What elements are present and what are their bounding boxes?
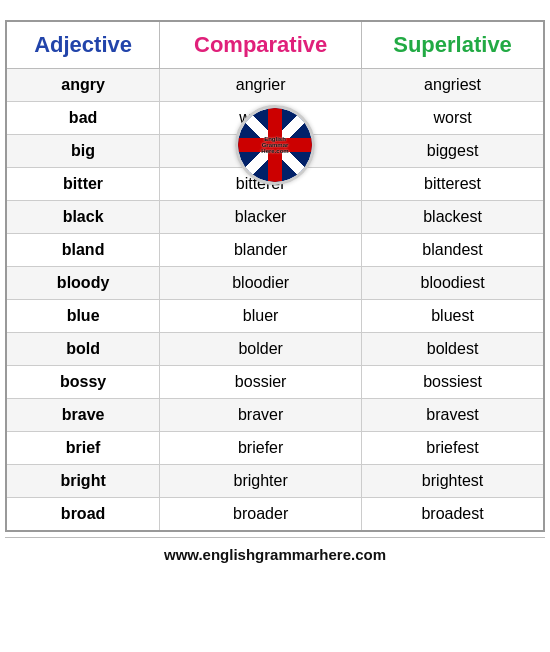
table-row: briefbrieferbriefest (6, 432, 544, 465)
table-row: boldbolderboldest (6, 333, 544, 366)
cell-superlative: blandest (362, 234, 544, 267)
cell-comparative: angrier (160, 69, 362, 102)
table-row: broadbroaderbroadest (6, 498, 544, 532)
watermark-label: EnglishGrammarHere.com (261, 136, 288, 154)
header-adjective: Adjective (6, 21, 160, 69)
cell-adjective: bad (6, 102, 160, 135)
cell-superlative: bravest (362, 399, 544, 432)
cell-superlative: broadest (362, 498, 544, 532)
table-row: blackblackerblackest (6, 201, 544, 234)
table-row: brightbrighterbrightest (6, 465, 544, 498)
cell-adjective: bitter (6, 168, 160, 201)
table-row: blandblanderblandest (6, 234, 544, 267)
table-wrapper: Adjective Comparative Superlative angrya… (5, 10, 545, 537)
cell-superlative: bluest (362, 300, 544, 333)
cell-superlative: brightest (362, 465, 544, 498)
cell-adjective: angry (6, 69, 160, 102)
cell-adjective: bossy (6, 366, 160, 399)
cell-comparative: blacker (160, 201, 362, 234)
cell-adjective: brief (6, 432, 160, 465)
cell-comparative: blander (160, 234, 362, 267)
cell-superlative: boldest (362, 333, 544, 366)
header-comparative: Comparative (160, 21, 362, 69)
table-row: bloodybloodierbloodiest (6, 267, 544, 300)
cell-adjective: bloody (6, 267, 160, 300)
cell-superlative: briefest (362, 432, 544, 465)
cell-comparative: briefer (160, 432, 362, 465)
cell-superlative: angriest (362, 69, 544, 102)
cell-adjective: bland (6, 234, 160, 267)
cell-comparative: brighter (160, 465, 362, 498)
cell-comparative: bloodier (160, 267, 362, 300)
cell-adjective: brave (6, 399, 160, 432)
table-row: bravebraverbravest (6, 399, 544, 432)
cell-comparative: bossier (160, 366, 362, 399)
cell-superlative: worst (362, 102, 544, 135)
cell-adjective: black (6, 201, 160, 234)
cell-adjective: big (6, 135, 160, 168)
cell-comparative: broader (160, 498, 362, 532)
cell-superlative: bitterest (362, 168, 544, 201)
cell-comparative: braver (160, 399, 362, 432)
cell-comparative: bolder (160, 333, 362, 366)
footer-url: www.englishgrammarhere.com (5, 537, 545, 569)
cell-adjective: bold (6, 333, 160, 366)
cell-comparative: bluer (160, 300, 362, 333)
cell-superlative: biggest (362, 135, 544, 168)
table-row: bossybossierbossiest (6, 366, 544, 399)
cell-adjective: broad (6, 498, 160, 532)
cell-superlative: bossiest (362, 366, 544, 399)
watermark: EnglishGrammarHere.com (235, 105, 315, 185)
cell-adjective: bright (6, 465, 160, 498)
table-row: angryangrierangriest (6, 69, 544, 102)
adjectives-table: Adjective Comparative Superlative angrya… (5, 20, 545, 532)
table-header-row: Adjective Comparative Superlative (6, 21, 544, 69)
cell-superlative: blackest (362, 201, 544, 234)
table-row: bluebluerbluest (6, 300, 544, 333)
header-superlative: Superlative (362, 21, 544, 69)
cell-adjective: blue (6, 300, 160, 333)
cell-superlative: bloodiest (362, 267, 544, 300)
